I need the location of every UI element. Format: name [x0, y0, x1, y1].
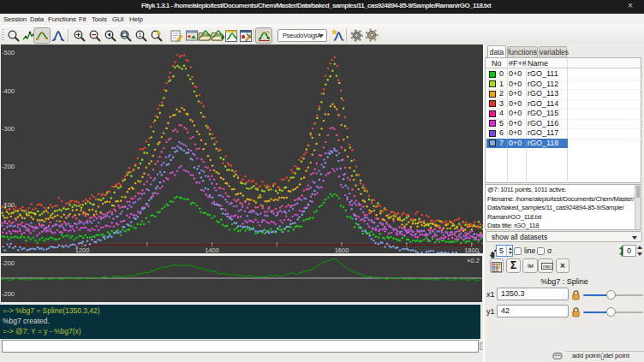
- svg-text:-200: -200: [2, 290, 15, 298]
- svg-text:-200: -200: [2, 259, 15, 267]
- svg-text:1400: 1400: [205, 246, 219, 253]
- svg-text:-100: -100: [2, 201, 15, 209]
- svg-text:1600: 1600: [335, 246, 349, 253]
- svg-text:1800: 1800: [464, 246, 479, 253]
- svg-text:1200: 1200: [75, 246, 90, 253]
- svg-text:1: 1: [139, 32, 142, 38]
- svg-text:-300: -300: [2, 125, 15, 133]
- svg-text:-200: -200: [2, 163, 15, 170]
- svg-text:×0.2: ×0.2: [467, 257, 480, 264]
- svg-text:-500: -500: [2, 49, 15, 56]
- svg-text:-400: -400: [2, 87, 15, 95]
